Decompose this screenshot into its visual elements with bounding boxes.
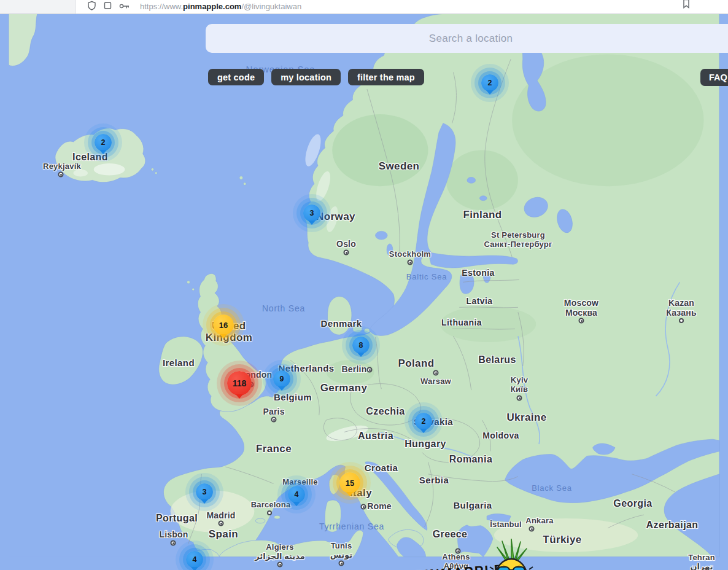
url-bar[interactable]: https://www.pinmapple.com/@livinguktaiwa… [76, 0, 728, 14]
capital-city-dot [219, 521, 224, 526]
capital-city-dot [339, 561, 344, 566]
cluster-marker[interactable]: 15 [339, 472, 360, 493]
cluster-marker[interactable]: 4 [186, 551, 203, 568]
cluster-count: 15 [339, 472, 360, 493]
filter-map-button[interactable]: filter the map [348, 69, 424, 85]
cluster-marker[interactable]: 2 [95, 134, 112, 151]
page-info-icon[interactable] [103, 1, 112, 10]
capital-city-dot [277, 562, 283, 568]
cluster-marker[interactable]: 2 [415, 413, 432, 430]
cluster-count: 4 [186, 551, 203, 568]
cluster-marker[interactable]: 118 [227, 371, 252, 396]
cluster-marker[interactable]: 2 [481, 74, 498, 92]
cluster-count: 4 [288, 486, 305, 503]
capital-city-dot [171, 541, 176, 546]
cluster-count: 2 [95, 134, 112, 151]
capital-city-dot [271, 417, 277, 423]
capital-city-dot [58, 172, 64, 178]
town-city-dot [267, 510, 272, 515]
cluster-count: 8 [352, 337, 370, 354]
key-icon[interactable] [119, 1, 130, 10]
search-input[interactable] [206, 24, 728, 53]
town-city-dot [679, 318, 684, 323]
get-code-button[interactable]: get code [208, 69, 264, 85]
map-toolbar: get code my location filter the map [208, 69, 424, 85]
map-canvas[interactable]: Norwegian SeaNorth SeaBaltic SeaTyrrheni… [0, 14, 728, 570]
capital-city-dot [579, 318, 584, 324]
cluster-count: 16 [213, 314, 234, 335]
cluster-count: 2 [415, 413, 432, 430]
faq-button[interactable]: FAQ [700, 69, 728, 86]
capital-city-dot [455, 549, 461, 554]
capital-city-dot [344, 250, 349, 256]
cluster-marker[interactable]: 3 [303, 205, 320, 222]
capital-city-dot [433, 370, 439, 376]
cluster-marker[interactable]: 3 [196, 483, 213, 501]
pineapple-mascot-icon [485, 539, 538, 570]
shield-icon[interactable] [87, 1, 96, 10]
capital-city-dot [408, 260, 413, 265]
cluster-marker[interactable]: 4 [288, 486, 305, 503]
cluster-count: 2 [481, 74, 498, 92]
capital-city-dot [517, 396, 522, 401]
cluster-marker[interactable]: 16 [213, 314, 234, 335]
cluster-marker[interactable]: 8 [352, 337, 370, 354]
cluster-count: 3 [303, 205, 320, 222]
cluster-count: 9 [273, 370, 290, 388]
cluster-count: 118 [227, 371, 252, 396]
cluster-count: 3 [196, 483, 213, 501]
bookmark-icon[interactable] [681, 0, 691, 12]
map-base-art [0, 14, 728, 570]
capital-city-dot [367, 367, 373, 373]
browser-chrome: https://www.pinmapple.com/@livinguktaiwa… [0, 0, 728, 14]
capital-city-dot [361, 504, 366, 510]
my-location-button[interactable]: my location [271, 69, 341, 85]
cluster-marker[interactable]: 9 [273, 370, 290, 388]
capital-city-dot [529, 526, 535, 532]
url-text: https://www.pinmapple.com/@livinguktaiwa… [140, 2, 301, 11]
